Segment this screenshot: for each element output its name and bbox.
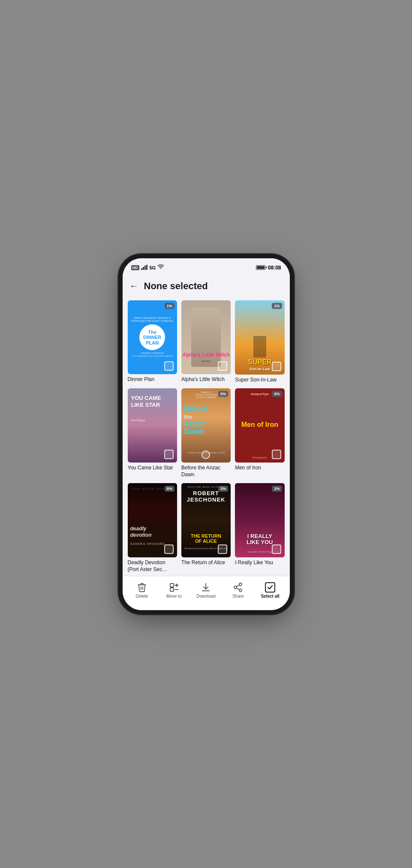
book-cover-wrap: YOU CAMELIKE STAR Mu Muyu bbox=[128, 388, 177, 463]
nav-delete-label: Delete bbox=[135, 594, 148, 599]
select-checkbox[interactable] bbox=[272, 362, 281, 371]
book-title: Before the Anzac Dawn bbox=[181, 465, 231, 478]
hd-badge: HD bbox=[131, 265, 139, 270]
nav-download-label: Download bbox=[196, 594, 215, 599]
book-grid-container: SIMPLE WEEKNIGHT RECIPES &STRATEGIES FOR… bbox=[123, 297, 290, 576]
book-cover-wrap: Edited byCRAIG STOCKINGS& JOHN CONNOR Be… bbox=[181, 388, 231, 463]
move-icon bbox=[169, 582, 179, 593]
signal-icon bbox=[141, 265, 148, 270]
select-checkbox[interactable] bbox=[164, 361, 174, 371]
select-checkbox[interactable] bbox=[164, 544, 174, 554]
book-cover-wrap: Alpha's Little Witch - Azeht - bbox=[181, 300, 231, 375]
book-cover-wrap: Doctor Who Author ROBERTJESCHONEK THE RE… bbox=[181, 483, 231, 557]
book-title: The Return of Alice bbox=[181, 560, 225, 566]
battery-icon bbox=[256, 265, 265, 270]
book-badge: 6% bbox=[272, 391, 282, 397]
select-all-checkbox-icon bbox=[265, 582, 275, 593]
status-right: 08:08 bbox=[256, 265, 281, 271]
wifi-signal-icon bbox=[157, 264, 164, 269]
back-button[interactable]: ← bbox=[129, 281, 139, 292]
download-icon bbox=[201, 582, 211, 593]
book-badge: 8% bbox=[165, 486, 174, 492]
time-display: 08:08 bbox=[268, 265, 281, 271]
nav-select-all-label: Select all bbox=[261, 594, 279, 599]
status-bar: HD 5G bbox=[123, 258, 290, 277]
dinner-plan-logo: TheDINNERPLAN bbox=[139, 324, 165, 350]
book-title: You Came Like Star bbox=[128, 465, 173, 472]
book-badge: 2% bbox=[272, 486, 282, 492]
book-badge: 6% bbox=[218, 391, 228, 397]
bottom-nav: Delete Move to Download bbox=[123, 576, 290, 610]
book-badge: 3% bbox=[218, 486, 228, 492]
book-title: Alpha's Little Witch bbox=[181, 376, 225, 383]
book-cover-wrap: PORT ASTER SECRETS deadlydevotion Sandra… bbox=[128, 483, 177, 557]
nav-move-label: Move to bbox=[166, 594, 182, 599]
list-item[interactable]: Howard Pyle Men of Iron Booklassic 6% Me… bbox=[235, 388, 284, 478]
book-cover-wrap: Howard Pyle Men of Iron Booklassic 6% bbox=[235, 388, 284, 463]
list-item[interactable]: SIMPLE WEEKNIGHT RECIPES &STRATEGIES FOR… bbox=[128, 300, 177, 384]
svg-line-9 bbox=[237, 588, 240, 590]
book-title: I Really Like You bbox=[235, 560, 273, 566]
book-title: Dinner Plan bbox=[128, 376, 155, 383]
nav-delete[interactable]: Delete bbox=[129, 582, 155, 599]
nav-share-label: Share bbox=[232, 594, 244, 599]
list-item[interactable]: PORT ASTER SECRETS deadlydevotion Sandra… bbox=[128, 483, 177, 573]
list-item[interactable]: Doctor Who Author ROBERTJESCHONEK THE RE… bbox=[181, 483, 231, 573]
checkmark-icon bbox=[267, 584, 273, 590]
book-badge: 1% bbox=[272, 303, 282, 309]
trash-icon bbox=[137, 582, 147, 593]
list-item[interactable]: SUPER Son-In-Law 1% Super Son-In-Law bbox=[235, 300, 284, 384]
book-badge: 1% bbox=[165, 303, 174, 309]
svg-rect-4 bbox=[170, 584, 174, 587]
page-title: None selected bbox=[144, 281, 208, 292]
book-cover-wrap: I REALLYLIKE YOU Translator: Martyn Fogg… bbox=[235, 483, 284, 557]
book-cover-wrap: SUPER Son-In-Law 1% bbox=[235, 300, 284, 375]
nav-share[interactable]: Share bbox=[225, 582, 251, 599]
svg-rect-3 bbox=[146, 265, 147, 270]
select-checkbox[interactable] bbox=[218, 361, 227, 371]
share-icon bbox=[233, 582, 243, 593]
nav-download[interactable]: Download bbox=[193, 582, 219, 599]
svg-rect-2 bbox=[144, 266, 146, 270]
book-title: Deadly Devotion (Port Aster Sec… bbox=[128, 560, 177, 573]
list-item[interactable]: Alpha's Little Witch - Azeht - Alpha's L… bbox=[181, 300, 231, 384]
list-item[interactable]: I REALLYLIKE YOU Translator: Martyn Fogg… bbox=[235, 483, 284, 573]
select-checkbox[interactable] bbox=[272, 544, 281, 554]
svg-rect-1 bbox=[143, 267, 144, 270]
svg-rect-0 bbox=[141, 268, 142, 270]
list-item[interactable]: YOU CAMELIKE STAR Mu Muyu You Came Like … bbox=[128, 388, 177, 478]
network-type: 5G bbox=[150, 265, 156, 270]
list-item[interactable]: Edited byCRAIG STOCKINGS& JOHN CONNOR Be… bbox=[181, 388, 231, 478]
status-left: HD 5G bbox=[131, 264, 165, 271]
svg-line-10 bbox=[237, 585, 240, 587]
svg-rect-5 bbox=[170, 588, 174, 591]
select-checkbox[interactable] bbox=[272, 450, 281, 459]
nav-select-all[interactable]: Select all bbox=[257, 582, 283, 599]
book-grid: SIMPLE WEEKNIGHT RECIPES &STRATEGIES FOR… bbox=[128, 300, 285, 576]
book-cover-wrap: SIMPLE WEEKNIGHT RECIPES &STRATEGIES FOR… bbox=[128, 300, 177, 375]
alphas-title: Alpha's Little Witch bbox=[181, 352, 231, 358]
signal-text bbox=[141, 265, 148, 271]
nav-move[interactable]: Move to bbox=[161, 582, 187, 599]
wifi-icon bbox=[157, 264, 164, 271]
select-checkbox[interactable] bbox=[164, 450, 174, 459]
book-title: Super Son-In-Law bbox=[235, 377, 277, 384]
book-title: Men of Iron bbox=[235, 465, 261, 472]
phone-frame: HD 5G bbox=[123, 258, 290, 610]
select-radio[interactable] bbox=[201, 451, 210, 459]
select-checkbox[interactable] bbox=[218, 544, 227, 554]
page-header: ← None selected bbox=[123, 277, 290, 297]
